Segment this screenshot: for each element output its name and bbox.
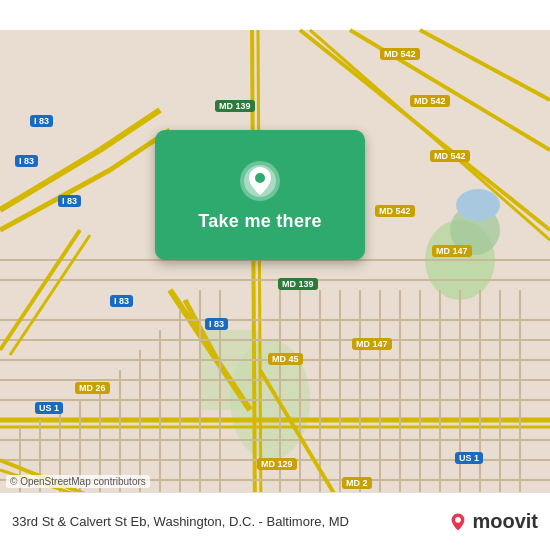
location-pin-icon [238, 159, 282, 203]
route-badge-md45: MD 45 [268, 353, 303, 365]
route-badge-md147-2: MD 147 [352, 338, 392, 350]
moovit-logo: moovit [448, 510, 538, 533]
route-badge-md2: MD 2 [342, 477, 372, 489]
take-me-there-label: Take me there [198, 211, 322, 232]
route-badge-md26: MD 26 [75, 382, 110, 394]
route-badge-i83-1: I 83 [30, 115, 53, 127]
svg-point-5 [456, 189, 500, 221]
take-me-there-card[interactable]: Take me there [155, 130, 365, 260]
route-badge-md542-1: MD 542 [380, 48, 420, 60]
moovit-brand-name: moovit [472, 510, 538, 533]
route-badge-md139-2: MD 139 [278, 278, 318, 290]
route-badge-md139-1: MD 139 [215, 100, 255, 112]
bottom-bar: 33rd St & Calvert St Eb, Washington, D.C… [0, 492, 550, 550]
route-badge-us1-2: US 1 [455, 452, 483, 464]
svg-point-64 [456, 517, 462, 523]
route-badge-i83-4: I 83 [110, 295, 133, 307]
location-text: 33rd St & Calvert St Eb, Washington, D.C… [12, 514, 448, 529]
map-attribution: © OpenStreetMap contributors [6, 475, 150, 488]
route-badge-md542-2: MD 542 [410, 95, 450, 107]
route-badge-us1-1: US 1 [35, 402, 63, 414]
route-badge-md542-3: MD 542 [430, 150, 470, 162]
map-container: I 83 I 83 I 83 I 83 I 83 MD 139 MD 139 M… [0, 0, 550, 550]
route-badge-i83-3: I 83 [58, 195, 81, 207]
route-badge-md147-1: MD 147 [432, 245, 472, 257]
route-badge-md129: MD 129 [257, 458, 297, 470]
route-badge-i83-5: I 83 [205, 318, 228, 330]
route-badge-i83-2: I 83 [15, 155, 38, 167]
moovit-pin-icon [448, 512, 468, 532]
svg-point-63 [255, 173, 265, 183]
route-badge-md542-4: MD 542 [375, 205, 415, 217]
